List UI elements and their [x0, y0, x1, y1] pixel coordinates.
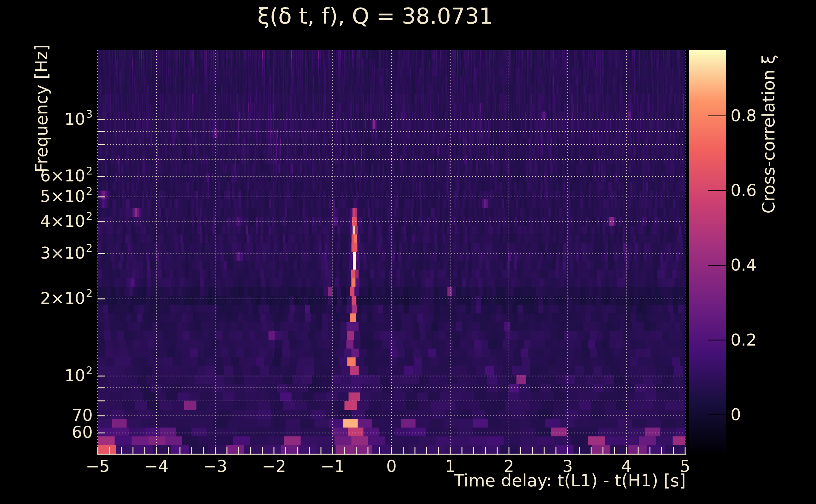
x-tick-label: 4 — [601, 457, 652, 476]
y-tick-label: 4×102 — [0, 210, 93, 232]
y-tick-exponent: 2 — [86, 185, 93, 198]
colorbar-tick-label: 0.2 — [731, 329, 757, 351]
x-tick-label: −3 — [190, 457, 241, 476]
y-tick-label: 103 — [0, 108, 93, 130]
colorbar-tick-label: 0.8 — [731, 104, 757, 127]
y-tick-exponent: 2 — [86, 164, 93, 177]
y-tick-exponent: 3 — [86, 108, 93, 120]
x-tick-label: −1 — [308, 457, 358, 476]
y-tick-exponent: 2 — [86, 287, 93, 300]
colorbar-tick-label: 0.6 — [731, 179, 757, 202]
y-tick-label: 102 — [0, 364, 93, 387]
colorbar-tick-label: 0 — [731, 403, 741, 426]
y-tick-label: 2×102 — [0, 287, 93, 310]
colorbar-label: Cross-correlation ξ — [759, 54, 779, 214]
x-tick-label: 0 — [366, 457, 417, 476]
y-tick-exponent: 2 — [86, 364, 93, 377]
x-tick-label: 5 — [660, 457, 710, 476]
cross-correlation-figure: ξ(δ t, f), Q = 38.0731 Frequency [Hz] Ti… — [0, 0, 816, 504]
y-tick-label: 5×102 — [0, 185, 93, 208]
y-tick-exponent: 2 — [86, 242, 93, 254]
heatmap-canvas — [0, 0, 816, 504]
y-tick-label: 60 — [0, 421, 93, 444]
chart-title: ξ(δ t, f), Q = 38.0731 — [257, 3, 493, 29]
y-tick-label: 3×102 — [0, 242, 93, 264]
x-tick-label: 1 — [425, 457, 475, 476]
x-tick-label: 2 — [484, 457, 534, 476]
x-tick-label: −4 — [131, 457, 181, 476]
x-tick-label: 3 — [542, 457, 593, 476]
x-tick-label: −2 — [249, 457, 299, 476]
y-tick-label: 6×102 — [0, 164, 93, 187]
colorbar-tick-label: 0.4 — [731, 254, 757, 276]
x-tick-label: −5 — [72, 457, 123, 476]
y-tick-exponent: 2 — [86, 210, 93, 222]
